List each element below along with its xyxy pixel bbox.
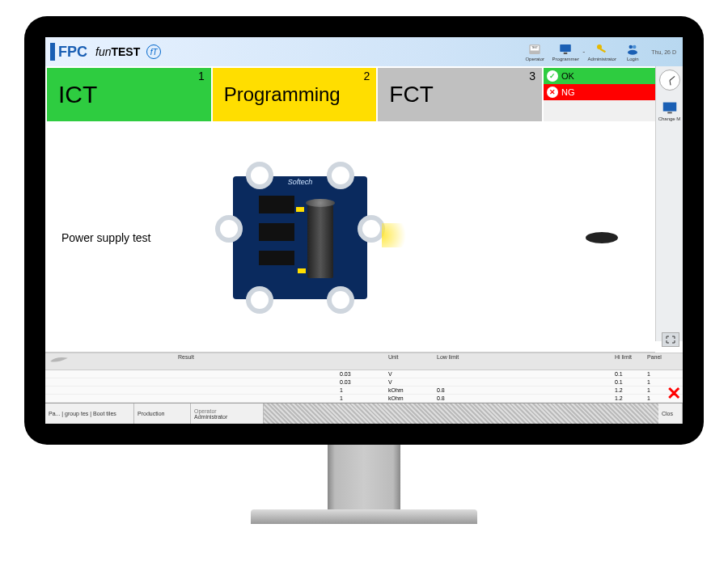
svg-text:TEST: TEST: [531, 46, 538, 49]
current-test-label: Power supply test: [61, 231, 207, 244]
component-sample-image: [586, 232, 618, 243]
login-button[interactable]: Login: [618, 40, 647, 64]
app-screen: FPC funTEST fT TEST Operator Programmer …: [45, 37, 683, 424]
footer-progress-bar: [264, 403, 658, 424]
app-name-prefix: fun: [95, 45, 111, 58]
pcb-image: Softech: [223, 167, 377, 309]
footer-close-label: Clos: [658, 403, 683, 424]
th-val[interactable]: [340, 354, 388, 369]
table-body: 0.03V0.110.03V0.111kOhm0.81.211kOhm0.81.…: [45, 370, 683, 403]
table-row[interactable]: 1kOhm0.81.21: [45, 386, 683, 395]
table-row[interactable]: 1kOhm0.81.21: [45, 395, 683, 403]
result-ok-label: OK: [561, 71, 574, 81]
step-row: ICT 1 Programming 2 FCT 3 ✓ OK 223 ✕ NG: [45, 66, 683, 123]
monitor-stand-base: [251, 509, 477, 524]
svg-rect-11: [667, 112, 672, 114]
app-name-bold: TEST: [111, 45, 140, 58]
step-fct[interactable]: FCT 3: [378, 68, 542, 121]
close-button[interactable]: ✕: [667, 383, 681, 404]
footer-tabs[interactable]: Pa... | group tes | Boot tiles: [45, 403, 134, 424]
logo-text: FPC: [58, 44, 87, 61]
svg-rect-4: [564, 53, 568, 54]
programmer-label: Programmer: [552, 57, 579, 61]
change-mode-label: Change M: [658, 116, 681, 121]
table-row[interactable]: 0.03V0.11: [45, 378, 683, 386]
expand-icon: [666, 336, 675, 344]
wing-icon: [49, 354, 70, 369]
svg-point-8: [633, 45, 637, 49]
table-row[interactable]: 0.03V0.11: [45, 370, 683, 378]
th-lowlimit[interactable]: Low limit: [437, 354, 518, 369]
app-name: funTEST: [95, 45, 140, 58]
svg-rect-10: [662, 103, 676, 112]
status-footer: Pa... | group tes | Boot tiles Productio…: [45, 403, 683, 424]
monitor-small-icon: [661, 99, 679, 116]
preview-area: Power supply test Softech: [45, 123, 655, 353]
logo: FPC funTEST fT: [50, 43, 161, 61]
footer-tabs-text: Pa... | group tes | Boot tiles: [49, 411, 130, 416]
cross-icon: ✕: [547, 87, 558, 98]
step-ict-num: 1: [198, 70, 205, 82]
footer-prod-value: Production: [138, 411, 187, 416]
table-header: Result Unit Low limit Hi limit Panel: [45, 353, 683, 370]
th-icon: [49, 354, 178, 369]
svg-point-9: [628, 50, 637, 55]
footer-op-label: Operator: [194, 408, 260, 414]
users-icon: [625, 42, 640, 57]
login-label: Login: [627, 57, 639, 61]
monitor-stand-neck: [328, 445, 400, 509]
change-mode-button[interactable]: Change M: [658, 99, 681, 121]
svg-rect-6: [600, 49, 607, 53]
operator-label: Operator: [525, 57, 544, 61]
step-programming-num: 2: [364, 70, 370, 82]
step-fct-label: FCT: [389, 82, 433, 108]
footer-operator: Operator Administrator: [191, 403, 264, 424]
programmer-button[interactable]: Programmer: [551, 40, 580, 64]
footer-op-value: Administrator: [194, 414, 260, 420]
svg-point-7: [629, 45, 633, 49]
monitor-frame: FPC funTEST fT TEST Operator Programmer …: [24, 16, 704, 445]
operator-button[interactable]: TEST Operator: [520, 40, 549, 64]
app-logo-icon: fT: [146, 44, 161, 59]
step-fct-num: 3: [529, 70, 535, 82]
monitor-icon: [558, 42, 573, 57]
footer-production: Production: [134, 403, 191, 424]
administrator-button[interactable]: Administrator: [587, 40, 616, 64]
th-sp: [518, 354, 615, 369]
badge-icon: TEST: [527, 42, 542, 57]
clock-icon: [659, 70, 680, 91]
key-icon: [595, 42, 609, 57]
date-text: Thu, 26 D: [651, 49, 676, 55]
th-unit[interactable]: Unit: [388, 354, 437, 369]
th-panel[interactable]: Panel: [647, 354, 679, 369]
th-hilimit[interactable]: Hi limit: [615, 354, 647, 369]
app-header: FPC funTEST fT TEST Operator Programmer …: [45, 37, 683, 66]
administrator-label: Administrator: [588, 57, 616, 61]
results-table: Result Unit Low limit Hi limit Panel 0.0…: [45, 353, 683, 403]
check-icon: ✓: [547, 70, 558, 82]
footer-close-text: Clos: [662, 411, 679, 416]
result-ng-label: NG: [561, 87, 575, 97]
step-programming-label: Programming: [224, 83, 341, 106]
right-side-strip: Change M: [655, 66, 683, 341]
step-ict-label: ICT: [58, 81, 97, 108]
th-result[interactable]: Result: [178, 354, 340, 369]
header-separator: -: [582, 48, 585, 56]
step-ict[interactable]: ICT 1: [47, 68, 211, 121]
expand-button[interactable]: [662, 332, 679, 347]
logo-bar-icon: [50, 43, 55, 61]
svg-rect-3: [561, 44, 572, 52]
step-programming[interactable]: Programming 2: [213, 68, 377, 121]
